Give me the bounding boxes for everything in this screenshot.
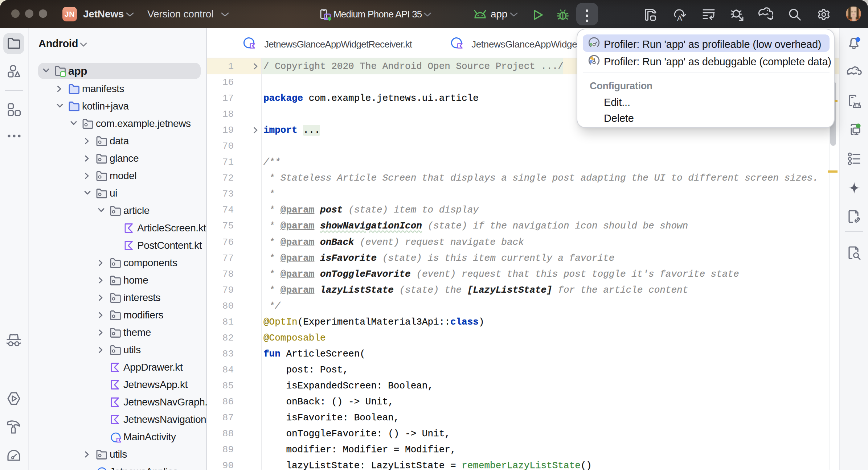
- svg-text:A: A: [677, 14, 682, 22]
